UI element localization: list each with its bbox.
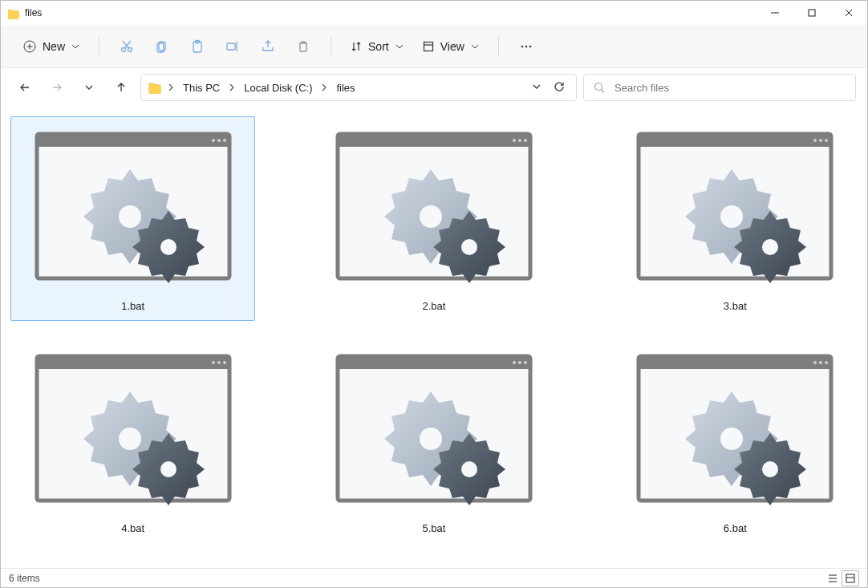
svg-point-27 xyxy=(525,45,527,47)
file-item[interactable]: 4.bat xyxy=(10,339,255,543)
delete-button[interactable] xyxy=(287,32,319,61)
chevron-right-icon[interactable] xyxy=(226,83,237,91)
title-bar: files xyxy=(1,1,867,25)
bat-file-icon xyxy=(330,349,538,509)
folder-icon xyxy=(148,79,162,96)
paste-button[interactable] xyxy=(181,32,213,61)
file-label: 5.bat xyxy=(423,522,446,534)
svg-rect-24 xyxy=(424,42,432,51)
arrow-left-icon xyxy=(19,82,30,93)
file-label: 2.bat xyxy=(423,300,446,312)
arrow-up-icon xyxy=(116,82,127,93)
address-row: This PC Local Disk (C:) files xyxy=(1,68,867,107)
grid-icon xyxy=(845,573,856,584)
svg-rect-8 xyxy=(809,10,815,16)
chevron-right-icon[interactable] xyxy=(318,83,330,91)
more-button[interactable] xyxy=(510,32,542,61)
view-button-label: View xyxy=(440,40,464,53)
svg-point-29 xyxy=(595,83,602,91)
svg-point-14 xyxy=(122,47,126,51)
maximize-button[interactable] xyxy=(793,1,830,25)
bat-file-icon xyxy=(29,349,237,509)
new-button[interactable]: New xyxy=(15,35,87,58)
chevron-right-icon[interactable] xyxy=(165,83,176,91)
new-button-label: New xyxy=(43,40,65,53)
status-bar: 6 items xyxy=(1,568,867,587)
rename-icon xyxy=(225,39,240,54)
plus-circle-icon xyxy=(23,40,36,53)
refresh-button[interactable] xyxy=(554,81,565,95)
chevron-down-icon xyxy=(471,43,479,51)
svg-line-30 xyxy=(602,90,605,93)
file-item[interactable]: 3.bat xyxy=(613,116,858,321)
search-icon xyxy=(594,82,605,93)
file-pane[interactable]: 1.bat2.bat3.bat4.bat5.bat6.bat xyxy=(1,107,867,568)
item-count: 6 items xyxy=(9,573,40,584)
separator xyxy=(99,37,99,56)
forward-button[interactable] xyxy=(44,75,70,100)
list-icon xyxy=(827,573,838,584)
chevron-down-icon xyxy=(531,81,542,92)
svg-point-28 xyxy=(529,45,531,47)
window-title: files xyxy=(25,7,42,18)
svg-point-26 xyxy=(521,45,523,47)
file-item[interactable]: 2.bat xyxy=(311,116,556,321)
bat-file-icon xyxy=(29,127,237,287)
share-icon xyxy=(261,39,275,54)
rename-button[interactable] xyxy=(217,32,249,61)
up-button[interactable] xyxy=(108,75,134,100)
search-box[interactable] xyxy=(583,74,856,101)
chevron-down-icon xyxy=(395,43,404,51)
back-button[interactable] xyxy=(12,75,38,100)
chevron-down-icon xyxy=(71,43,79,51)
refresh-icon xyxy=(554,81,565,92)
details-view-button[interactable] xyxy=(824,570,842,586)
file-label: 4.bat xyxy=(121,522,144,534)
search-input[interactable] xyxy=(613,81,846,95)
close-button[interactable] xyxy=(830,1,867,25)
view-button[interactable]: View xyxy=(415,35,487,58)
separator xyxy=(498,37,499,56)
separator xyxy=(331,37,331,56)
bat-file-icon xyxy=(631,127,839,287)
recent-button[interactable] xyxy=(76,75,102,100)
sort-button[interactable]: Sort xyxy=(343,35,412,58)
address-bar[interactable]: This PC Local Disk (C:) files xyxy=(140,74,577,101)
view-icon xyxy=(423,41,434,52)
sort-button-label: Sort xyxy=(368,40,389,53)
command-bar: New Sort View xyxy=(1,25,867,68)
copy-icon xyxy=(155,39,169,54)
file-item[interactable]: 1.bat xyxy=(10,116,255,321)
paste-icon xyxy=(190,39,205,54)
file-item[interactable]: 5.bat xyxy=(311,339,556,543)
share-button[interactable] xyxy=(252,32,284,61)
bat-file-icon xyxy=(330,127,538,287)
file-label: 6.bat xyxy=(724,522,747,534)
file-item[interactable]: 6.bat xyxy=(613,339,858,543)
minimize-button[interactable] xyxy=(756,1,793,25)
cut-button[interactable] xyxy=(111,32,143,61)
thumbnails-view-button[interactable] xyxy=(842,570,859,586)
scissors-icon xyxy=(120,39,134,54)
breadcrumb-item[interactable]: files xyxy=(333,80,358,95)
chevron-down-icon xyxy=(83,82,95,93)
svg-point-15 xyxy=(128,47,132,51)
file-label: 1.bat xyxy=(121,300,144,312)
svg-rect-34 xyxy=(846,574,854,582)
copy-button[interactable] xyxy=(146,32,178,61)
svg-rect-22 xyxy=(227,43,235,50)
breadcrumb-item[interactable]: Local Disk (C:) xyxy=(241,80,315,95)
trash-icon xyxy=(296,39,310,54)
ellipsis-icon xyxy=(519,39,533,54)
bat-file-icon xyxy=(631,349,839,509)
arrow-right-icon xyxy=(51,82,63,93)
breadcrumb-item[interactable]: This PC xyxy=(180,80,223,95)
sort-icon xyxy=(351,41,362,52)
address-dropdown[interactable] xyxy=(531,81,542,95)
folder-icon xyxy=(7,6,20,19)
file-label: 3.bat xyxy=(724,300,747,312)
